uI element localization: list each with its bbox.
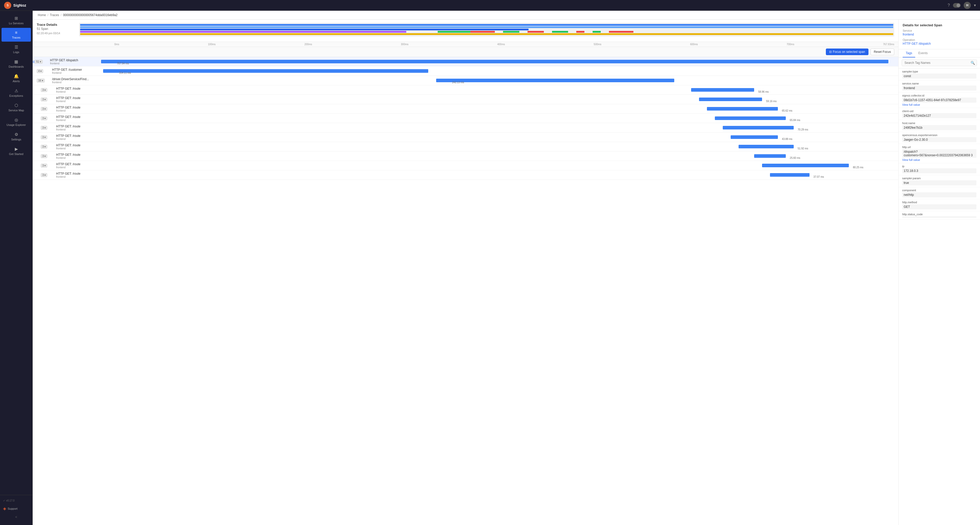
span-timeline-route: 59.16 ms xyxy=(107,96,896,103)
focus-selected-span-button[interactable]: ⊟ Focus on selected span xyxy=(826,48,869,55)
search-tags-container: 🔍 xyxy=(899,57,980,69)
sidebar-label-usage-explorer: Usage Explorer xyxy=(6,123,26,126)
span-bar-customer[interactable] xyxy=(103,69,428,73)
span-badge-3[interactable]: 3 ▾ xyxy=(41,173,47,177)
span-badge-3[interactable]: 3 ▾ xyxy=(41,88,47,92)
span-badge-51[interactable]: 51 ▾ xyxy=(35,60,43,64)
breadcrumb-traces[interactable]: Traces xyxy=(50,13,59,17)
span-badge-3[interactable]: 3 ▾ xyxy=(41,116,47,120)
span-badge-3[interactable]: 3 ▾ xyxy=(41,145,47,148)
table-row[interactable]: 3 ▾ HTTP GET: /route frontend 43.88 ms xyxy=(33,132,898,142)
table-row[interactable]: 3 ▾ HTTP GET: /route frontend 70.29 ms xyxy=(33,123,898,132)
sidebar-item-traces[interactable]: ≡ Traces xyxy=(2,28,31,41)
tag-view-full-link[interactable]: View full value xyxy=(902,103,977,106)
span-timeline-root: 767.84 ms xyxy=(101,58,896,65)
tag-name: service.name xyxy=(902,82,977,85)
list-item: sampler.param true xyxy=(899,175,980,187)
table-row[interactable]: 16 ▾ /driver.DriverService/Find... front… xyxy=(33,76,898,85)
list-item: component net/http xyxy=(899,187,980,199)
user-chevron-icon[interactable]: ▾ xyxy=(974,3,976,8)
sidebar-item-logs[interactable]: ☰ Logs xyxy=(2,42,31,56)
breadcrumb-trace-id: 00000000000000005674dda9316eb9a2 xyxy=(63,13,118,17)
table-row[interactable]: 3 ▾ HTTP GET: /route frontend 51.92 ms xyxy=(33,142,898,152)
span-badge-3[interactable]: 3 ▾ xyxy=(41,126,47,130)
search-tags-input[interactable] xyxy=(902,59,977,66)
ruler-tick-400: 400ms xyxy=(497,43,505,46)
trace-area: Trace Details 51 Span 02:20:49 pm 03/14 xyxy=(33,20,980,525)
tab-events[interactable]: Events xyxy=(915,49,931,57)
services-icon: ⊞ xyxy=(14,16,18,21)
span-badge-3[interactable]: 3 ▾ xyxy=(41,164,47,168)
span-count-area: 3 ▾ xyxy=(41,97,56,101)
span-bar-route[interactable] xyxy=(699,97,762,101)
span-badge-3[interactable]: 3 ▾ xyxy=(41,107,47,111)
sidebar-support-item[interactable]: ◈ Support xyxy=(0,504,32,513)
table-row[interactable]: 3 ▾ HTTP GET: /route frontend 37.07 ms xyxy=(33,170,898,180)
span-badge-3[interactable]: 3 ▾ xyxy=(41,154,47,158)
sidebar-item-exceptions[interactable]: ⚠ Exceptions xyxy=(2,86,31,100)
sidebar-items-container: ⊞ Lu Services ≡ Traces ☰ Logs ▦ Dashboar… xyxy=(0,13,32,159)
sidebar-item-alerts[interactable]: 🔔 Alerts xyxy=(2,71,31,85)
span-timeline-route: 51.92 ms xyxy=(107,143,896,150)
table-row[interactable]: 3 ▾ HTTP GET: /route frontend 59.16 ms xyxy=(33,95,898,104)
span-count-area: 51 ▾ xyxy=(35,60,50,64)
span-expand-icon[interactable]: ⊟ xyxy=(33,60,35,64)
span-bar-route[interactable] xyxy=(691,88,754,92)
span-badge-3[interactable]: 3 ▾ xyxy=(41,97,47,101)
span-bar-driver[interactable] xyxy=(436,79,674,82)
reset-focus-button[interactable]: Reset Focus xyxy=(870,48,894,55)
breadcrumb-home[interactable]: Home xyxy=(38,13,46,17)
sidebar-item-usage-explorer[interactable]: ◎ Usage Explorer xyxy=(2,115,31,129)
sidebar-item-service-map[interactable]: ⬡ Service Map xyxy=(2,101,31,114)
span-bar-route[interactable] xyxy=(731,135,778,139)
tag-name: http.method xyxy=(902,201,977,204)
tab-tags[interactable]: Tags xyxy=(903,49,915,57)
tag-value: 08d1b7c6-1157-4351-84ef-97c378258e97 xyxy=(902,97,977,103)
span-badge-16[interactable]: 16 ▾ xyxy=(37,79,45,83)
table-row[interactable]: 3 ▾ HTTP GET: /route frontend 25.60 ms xyxy=(33,152,898,161)
span-duration-customer: 314.11 ms xyxy=(119,72,131,74)
span-badge-3[interactable]: 3 ▾ xyxy=(41,135,47,139)
tag-view-full-link[interactable]: View full value xyxy=(902,158,977,161)
table-row[interactable]: 3 ▾ HTTP GET: /route frontend 65.62 ms xyxy=(33,104,898,113)
details-tabs: Tags Events xyxy=(899,49,980,57)
span-bar-route[interactable] xyxy=(723,126,794,129)
toggle-switch[interactable] xyxy=(953,3,961,8)
user-avatar[interactable]: H xyxy=(964,2,971,9)
span-bar-route[interactable] xyxy=(715,116,786,120)
help-icon[interactable]: ? xyxy=(948,3,950,8)
tag-name: opencensus.exporterversion xyxy=(902,134,977,137)
topbar-right: ? H ▾ xyxy=(948,2,976,9)
table-row[interactable]: 3 ▾ HTTP GET: /route frontend 80.25 ms xyxy=(33,161,898,170)
tag-value: net/http xyxy=(902,192,977,197)
sidebar-collapse-button[interactable]: < xyxy=(0,513,32,521)
table-row[interactable]: 3 ▾ HTTP GET: /route frontend 58.96 ms xyxy=(33,85,898,95)
span-bar-route[interactable] xyxy=(738,145,794,148)
span-bar-route[interactable] xyxy=(707,107,778,110)
topbar: S SigNoz ? H ▾ xyxy=(0,0,980,11)
sidebar-version: ✓ v0.17.0 xyxy=(0,497,32,504)
table-row[interactable]: 4 ▾ HTTP GET: /customer frontend 314.11 … xyxy=(33,66,898,76)
span-bar-root[interactable] xyxy=(101,60,888,63)
table-row[interactable]: 3 ▾ HTTP GET: /route frontend 65.84 ms xyxy=(33,113,898,123)
trace-title: Trace Details xyxy=(37,23,75,27)
tag-value: /dispatch?customers=567&nonse=0.00222203… xyxy=(902,149,977,158)
sidebar-item-get-started[interactable]: ▶ Get Started xyxy=(2,144,31,158)
get-started-icon: ▶ xyxy=(15,147,18,152)
span-name-driver: /driver.DriverService/Find... frontend xyxy=(52,77,103,84)
span-bar-route[interactable] xyxy=(754,154,786,158)
span-bar-route[interactable] xyxy=(762,164,849,167)
tag-value: 249f2fee7b1b xyxy=(902,125,977,130)
span-duration-route: 43.88 ms xyxy=(782,138,792,140)
span-name-route: HTTP GET: /route frontend xyxy=(56,87,107,93)
sidebar-item-services[interactable]: ⊞ Lu Services xyxy=(2,13,31,27)
sidebar-item-dashboards[interactable]: ▦ Dashboards xyxy=(2,57,31,71)
table-row[interactable]: ⊟ 51 ▾ HTTP GET /dispatch frontend 767.8… xyxy=(33,57,898,66)
sidebar-item-settings[interactable]: ⚙ Settings xyxy=(2,129,31,144)
route-spans-container: 3 ▾ HTTP GET: /route frontend 58.96 ms 3… xyxy=(33,85,898,180)
span-duration-root: 767.84 ms xyxy=(117,62,129,65)
span-badge-4[interactable]: 4 ▾ xyxy=(37,69,43,73)
span-bar-route[interactable] xyxy=(770,173,810,177)
span-name-route: HTTP GET: /route frontend xyxy=(56,172,107,178)
list-item: ip 172.18.0.3 xyxy=(899,163,980,175)
